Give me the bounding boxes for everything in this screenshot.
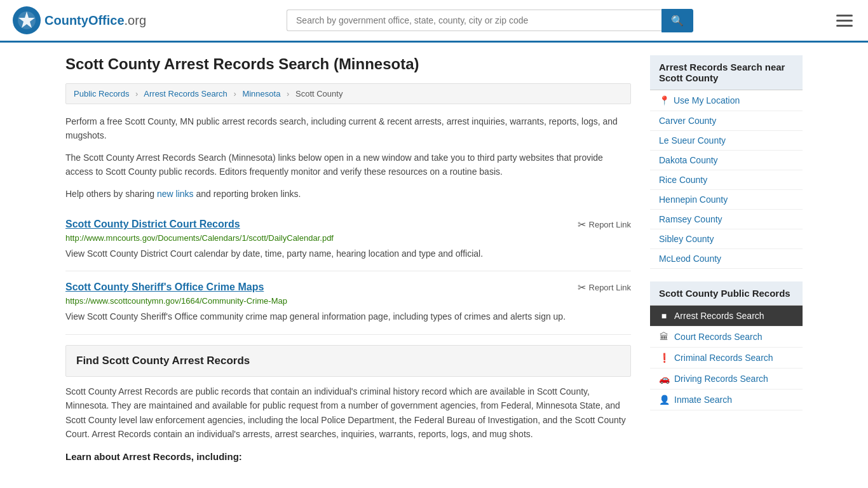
scissors-icon-1: ✂ [578,219,586,231]
logo-icon [13,6,41,34]
sidebar: Arrest Records Search near Scott County … [650,55,803,462]
list-item: 🏛 Court Records Search [650,327,803,348]
driving-icon: 🚗 [659,374,669,384]
page-title: Scott County Arrest Records Search (Minn… [65,55,631,73]
main-container: Scott County Arrest Records Search (Minn… [53,43,815,475]
learn-title: Learn about Arrest Records, including: [65,451,631,462]
logo: CountyOffice.org [13,6,146,34]
list-item: Dakota County [650,151,803,170]
nearby-county-link[interactable]: Dakota County [650,151,803,170]
nearby-county-link[interactable]: Le Sueur County [650,131,803,150]
location-icon: 📍 [659,95,670,105]
list-item: Hennepin County [650,190,803,210]
list-item: Rice County [650,170,803,190]
record-title-1[interactable]: Scott County District Court Records [65,219,240,230]
sidebar-link-driving-records[interactable]: 🚗 Driving Records Search [650,369,803,389]
find-section: Find Scott County Arrest Records [65,345,631,377]
new-links-link[interactable]: new links [157,189,194,199]
sidebar-link-arrest-records[interactable]: ■ Arrest Records Search [650,306,803,326]
record-desc-2: View Scott County Sheriff's Office commu… [65,309,631,323]
sidebar-link-criminal-records[interactable]: ❗ Criminal Records Search [650,348,803,368]
nearby-county-link[interactable]: Sibley County [650,229,803,248]
nearby-county-list: Carver County Le Sueur County Dakota Cou… [650,111,803,269]
report-link-button-1[interactable]: ✂ Report Link [578,219,631,231]
list-item: Le Sueur County [650,131,803,151]
list-item: McLeod County [650,249,803,269]
sidebar-link-court-records[interactable]: 🏛 Court Records Search [650,327,803,347]
content-area: Scott County Arrest Records Search (Minn… [65,55,631,462]
logo-text: CountyOffice.org [44,13,146,28]
nearby-county-link[interactable]: Carver County [650,111,803,130]
record-desc-1: View Scott County District Court calenda… [65,247,631,261]
record-title-2[interactable]: Scott County Sheriff's Office Crime Maps [65,281,264,293]
use-location-button[interactable]: 📍 Use My Location [650,90,803,111]
nearby-county-link[interactable]: Hennepin County [650,190,803,209]
criminal-icon: ❗ [659,353,669,363]
breadcrumb-link-arrest-records[interactable]: Arrest Records Search [144,89,227,98]
record-item: Scott County Sheriff's Office Crime Maps… [65,271,631,334]
inmate-icon: 👤 [659,395,669,405]
nearby-section-title: Arrest Records Search near Scott County [650,55,803,90]
record-url-1[interactable]: http://www.mncourts.gov/Documents/Calend… [65,233,631,243]
arrest-icon: ■ [659,311,669,321]
public-records-section: Scott County Public Records ■ Arrest Rec… [650,281,803,410]
search-bar: 🔍 [287,9,693,32]
description-para3: Help others by sharing new links and rep… [65,187,631,201]
find-section-body: Scott County Arrest Records are public r… [65,384,631,442]
scissors-icon-2: ✂ [578,281,586,294]
search-button[interactable]: 🔍 [661,9,693,32]
nearby-county-link[interactable]: McLeod County [650,249,803,268]
list-item: Carver County [650,111,803,131]
list-item: 👤 Inmate Search [650,390,803,410]
list-item: ❗ Criminal Records Search [650,348,803,369]
list-item: Ramsey County [650,210,803,229]
report-link-button-2[interactable]: ✂ Report Link [578,281,631,294]
public-records-list: ■ Arrest Records Search 🏛 Court Records … [650,306,803,410]
court-icon: 🏛 [659,332,669,342]
record-url-2[interactable]: https://www.scottcountymn.gov/1664/Commu… [65,296,631,306]
use-location-label: Use My Location [674,95,740,105]
breadcrumb-link-minnesota[interactable]: Minnesota [242,89,280,98]
list-item: 🚗 Driving Records Search [650,369,803,390]
nearby-county-link[interactable]: Rice County [650,170,803,189]
header: CountyOffice.org 🔍 [0,0,868,43]
breadcrumb: Public Records › Arrest Records Search ›… [65,83,631,104]
public-records-section-title: Scott County Public Records [650,281,803,306]
list-item: Sibley County [650,229,803,249]
sidebar-link-inmate-search[interactable]: 👤 Inmate Search [650,390,803,410]
breadcrumb-current: Scott County [295,89,342,98]
breadcrumb-link-public-records[interactable]: Public Records [74,89,129,98]
find-section-title: Find Scott County Arrest Records [76,355,620,367]
search-input[interactable] [287,10,661,31]
nearby-county-link[interactable]: Ramsey County [650,210,803,229]
description-para2: The Scott County Arrest Records Search (… [65,151,631,179]
list-item: ■ Arrest Records Search [650,306,803,327]
nearby-section: Arrest Records Search near Scott County … [650,55,803,269]
menu-button[interactable] [834,12,855,29]
description-para1: Perform a free Scott County, MN public a… [65,114,631,143]
record-item: Scott County District Court Records ✂ Re… [65,208,631,271]
